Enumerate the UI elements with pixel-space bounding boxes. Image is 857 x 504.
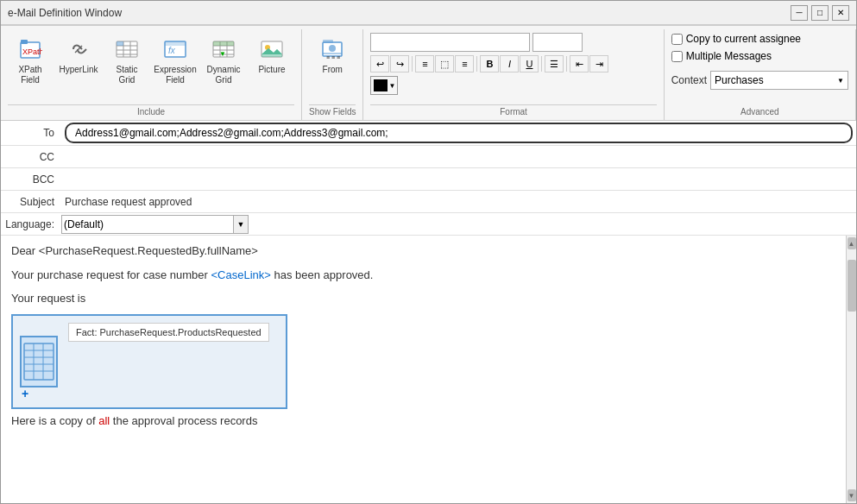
expression-label: ExpressionField [154, 65, 196, 85]
include-group-label: Include [8, 104, 294, 120]
body-line2-pre: Your purchase request for case number [11, 268, 211, 281]
scroll-track[interactable] [848, 251, 856, 488]
format-row2: ↩ ↪ ≡ ⬚ ≡ B I U ☰ ⇤ ⇥ [370, 54, 656, 74]
italic-button[interactable]: I [500, 55, 519, 72]
sep2 [476, 56, 477, 72]
form-area: To CC BCC Subject Language: (Default) ▼ [1, 121, 856, 236]
body-line3: Your request is [11, 290, 839, 307]
body-area[interactable]: Dear <PurchaseRequest.RequestedBy.fullNa… [1, 236, 856, 503]
language-label: Language: [1, 218, 61, 230]
hyperlink-button[interactable]: HyperLink [56, 33, 101, 78]
main-window: e-Mail Definition Window ─ □ ✕ XPath [0, 0, 857, 504]
sep3 [541, 56, 542, 72]
restore-button[interactable]: □ [811, 5, 829, 21]
language-select[interactable]: (Default) [61, 215, 234, 234]
xpath-field-button[interactable]: XPath XPathField [8, 33, 53, 88]
body-request-text: Your request is [11, 292, 85, 305]
context-value: Purchases [715, 74, 764, 86]
body-all-highlight: all [98, 414, 110, 427]
static-grid-button[interactable]: StaticGrid [104, 33, 149, 88]
xpath-label: XPathField [18, 65, 41, 85]
font-combo[interactable] [370, 33, 530, 52]
undo-button[interactable]: ↩ [370, 55, 389, 72]
language-dropdown-button[interactable]: ▼ [233, 215, 249, 234]
scroll-down-button[interactable]: ▼ [848, 489, 856, 501]
grid-plus-icon: + [22, 387, 28, 400]
subject-row: Subject [1, 191, 856, 213]
static-grid-label: StaticGrid [116, 65, 137, 85]
size-combo[interactable] [532, 33, 583, 52]
body-line4-post: the approval process records [110, 414, 257, 427]
indent-left-button[interactable]: ⇤ [570, 55, 589, 72]
hyperlink-label: HyperLink [59, 65, 98, 75]
dynamic-grid-button[interactable]: ▼ DynamicGrid [201, 33, 246, 88]
color-swatch [374, 79, 388, 91]
multiple-messages-row: Multiple Messages [671, 50, 848, 62]
language-row: Language: (Default) ▼ [1, 213, 856, 236]
show-fields-items: ≡ ≡ ≡ From [310, 29, 355, 104]
format-row1 [370, 29, 656, 54]
list-button[interactable]: ☰ [545, 55, 564, 72]
picture-button[interactable]: Picture [249, 33, 294, 78]
align-right-button[interactable]: ≡ [455, 55, 474, 72]
copy-assignee-checkbox[interactable] [671, 34, 683, 45]
grid-widget: + Fact: PurchaseRequest.ProductsRequeste… [11, 314, 287, 409]
title-bar: e-Mail Definition Window ─ □ ✕ [1, 1, 856, 25]
body-line4-pre: Here is a copy of [11, 414, 98, 427]
advanced-group-label: Advanced [671, 105, 848, 120]
underline-button[interactable]: U [520, 55, 539, 72]
to-input[interactable] [72, 123, 846, 143]
minimize-button[interactable]: ─ [791, 5, 808, 21]
format-row3: ▼ [370, 74, 656, 97]
to-field-container[interactable] [65, 123, 853, 143]
show-fields-group-label: Show Fields [309, 104, 356, 120]
multiple-messages-checkbox[interactable] [671, 51, 683, 62]
redo-button[interactable]: ↪ [390, 55, 409, 72]
grid-widget-icon [20, 336, 58, 387]
expression-field-button[interactable]: fx ExpressionField [153, 33, 198, 88]
align-left-button[interactable]: ≡ [415, 55, 434, 72]
hyperlink-icon [65, 35, 92, 63]
multiple-messages-label: Multiple Messages [686, 50, 772, 62]
from-button[interactable]: ≡ ≡ ≡ From [310, 33, 355, 78]
close-button[interactable]: ✕ [832, 5, 849, 21]
cc-label: CC [1, 151, 61, 163]
ribbon-group-format: ↩ ↪ ≡ ⬚ ≡ B I U ☰ ⇤ ⇥ [363, 29, 664, 120]
sep1 [412, 56, 413, 72]
ribbon-body: XPath XPathField [1, 25, 856, 120]
bold-button[interactable]: B [480, 55, 499, 72]
scroll-thumb[interactable] [848, 260, 856, 312]
subject-input[interactable] [61, 192, 856, 212]
align-center-button[interactable]: ⬚ [435, 55, 454, 72]
vertical-scrollbar[interactable]: ▲ ▼ [846, 236, 856, 503]
advanced-controls: Copy to current assignee Multiple Messag… [671, 29, 848, 93]
context-dropdown-arrow: ▼ [837, 77, 844, 85]
bcc-label: BCC [1, 173, 61, 186]
window-title: e-Mail Definition Window [8, 7, 122, 19]
svg-text:≡ ≡ ≡: ≡ ≡ ≡ [326, 54, 340, 60]
svg-rect-25 [323, 40, 333, 43]
ribbon-group-include: XPath XPathField [1, 29, 302, 120]
indent-right-button[interactable]: ⇥ [589, 55, 608, 72]
sep4 [566, 56, 567, 72]
body-line2-post: has been approved. [271, 268, 374, 281]
xpath-icon: XPath [16, 35, 44, 63]
svg-rect-12 [165, 41, 186, 46]
svg-text:▼: ▼ [219, 50, 226, 58]
bcc-input[interactable] [61, 169, 856, 190]
subject-label: Subject [1, 196, 61, 208]
picture-icon [258, 35, 286, 63]
format-group-label: Format [370, 104, 656, 120]
svg-rect-19 [213, 41, 234, 46]
context-label: Context [671, 74, 707, 86]
picture-label: Picture [258, 65, 285, 75]
color-picker-button[interactable]: ▼ [370, 76, 398, 95]
color-dropdown-arrow: ▼ [389, 82, 396, 90]
body-wrapper: Dear <PurchaseRequest.RequestedBy.fullNa… [1, 236, 856, 503]
context-combo[interactable]: Purchases ▼ [710, 71, 848, 90]
scroll-up-button[interactable]: ▲ [848, 237, 856, 249]
to-label: To [1, 127, 61, 139]
dynamic-grid-label: DynamicGrid [207, 65, 241, 85]
body-line4: Here is a copy of all the approval proce… [11, 413, 839, 430]
cc-input[interactable] [61, 147, 856, 167]
